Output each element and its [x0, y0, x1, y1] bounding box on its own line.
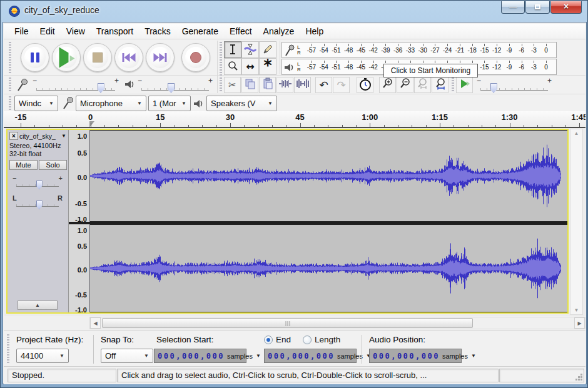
- track-collapse-button[interactable]: ▲: [18, 301, 58, 310]
- menu-analyze[interactable]: Analyze: [258, 24, 300, 39]
- chevron-down-icon[interactable]: ▼: [469, 353, 478, 359]
- selection-start-field[interactable]: 000,000,000 samples ▼: [154, 349, 246, 363]
- zoom-tool-button[interactable]: [224, 58, 241, 75]
- project-rate-select[interactable]: 44100 ▼: [16, 349, 69, 363]
- monitoring-tooltip[interactable]: Click to Start Monitoring: [383, 64, 478, 77]
- stop-button[interactable]: [83, 43, 112, 72]
- device-toolbar-grip[interactable]: [9, 96, 11, 111]
- paste-button[interactable]: [259, 77, 276, 93]
- slider-thumb[interactable]: [168, 83, 175, 93]
- slider-thumb[interactable]: [36, 181, 43, 189]
- envelope-tool-button[interactable]: [241, 41, 259, 58]
- slider-plus-label: +: [114, 76, 119, 85]
- timeline-ruler[interactable]: -1501530451:001:151:301:45: [4, 111, 585, 128]
- menu-effect[interactable]: Effect: [224, 24, 258, 39]
- zoom-in-button[interactable]: [379, 77, 396, 93]
- snap-to-select[interactable]: Off ▼: [101, 349, 153, 363]
- meter-scale-value: -15: [479, 60, 491, 74]
- horizontal-scrollbar[interactable]: ◀ ▶: [89, 317, 585, 329]
- ibeam-icon: [226, 43, 239, 56]
- mute-button[interactable]: Mute: [9, 160, 38, 170]
- multi-tool-button[interactable]: *: [259, 58, 276, 75]
- track-gain-slider[interactable]: − +: [13, 175, 63, 190]
- recording-volume-slider[interactable]: − +: [33, 77, 119, 94]
- redo-button[interactable]: ↷: [333, 77, 350, 93]
- menu-help[interactable]: Help: [300, 24, 329, 39]
- waveform-canvas[interactable]: [90, 225, 567, 312]
- vertical-ruler[interactable]: 1.00.50.0-0.5-1.0: [69, 130, 89, 222]
- maximize-button[interactable]: [525, 1, 550, 14]
- selection-start-label: Selection Start:: [156, 335, 214, 344]
- draw-tool-button[interactable]: [259, 41, 276, 58]
- menu-tracks[interactable]: Tracks: [139, 24, 176, 39]
- selection-toolbar: Project Rate (Hz): 44100 ▼ Snap To: Off …: [4, 331, 585, 366]
- edit-toolbar-grip[interactable]: [220, 77, 222, 92]
- undo-button[interactable]: ↶: [315, 77, 332, 93]
- minimize-button[interactable]: —: [501, 1, 525, 14]
- recording-meter[interactable]: LR -57-54-51-48-45-42-39-36-33-30-27-24-…: [281, 42, 557, 58]
- scroll-up-icon[interactable]: ▲: [570, 131, 582, 136]
- timeline-tick: [300, 123, 301, 127]
- waveform-canvas[interactable]: [90, 131, 567, 221]
- length-radio[interactable]: Length: [303, 335, 340, 344]
- play-at-speed-button[interactable]: [456, 77, 473, 93]
- menu-view[interactable]: View: [61, 24, 91, 39]
- skip-to-end-button[interactable]: [146, 43, 175, 72]
- playback-speed-slider[interactable]: − +: [477, 77, 552, 94]
- transport-toolbar-grip[interactable]: [9, 42, 11, 73]
- scroll-left-button[interactable]: ◀: [90, 317, 101, 329]
- fit-project-button[interactable]: [432, 77, 449, 93]
- playback-device-select[interactable]: Speakers (V ▼: [206, 96, 277, 111]
- slider-thumb[interactable]: [490, 83, 497, 93]
- scroll-right-button[interactable]: ▶: [574, 317, 585, 329]
- sync-lock-button[interactable]: [357, 77, 373, 93]
- menu-generate[interactable]: Generate: [176, 24, 224, 39]
- meter-scale-value: -51: [330, 60, 343, 74]
- track-pan-slider[interactable]: L R: [13, 195, 63, 210]
- skip-to-start-button[interactable]: [114, 43, 143, 72]
- playback-volume-slider[interactable]: − +: [138, 77, 213, 94]
- close-button[interactable]: ×: [550, 1, 582, 14]
- title-bar[interactable]: city_of_sky_reduce — ×: [1, 1, 587, 22]
- scrollbar-thumb[interactable]: [102, 318, 473, 328]
- timeline-tick: [468, 125, 469, 127]
- record-button[interactable]: [181, 43, 210, 72]
- audio-host-select[interactable]: Windc ▼: [14, 96, 58, 111]
- waveform-left[interactable]: [90, 130, 567, 222]
- play-button[interactable]: [52, 43, 81, 72]
- menu-file[interactable]: File: [9, 24, 34, 39]
- trim-audio-button[interactable]: [276, 77, 293, 93]
- solo-button[interactable]: Solo: [39, 160, 67, 170]
- cut-button[interactable]: ✂: [224, 77, 241, 93]
- recording-channels-select[interactable]: 1 (Mor ▼: [148, 96, 191, 111]
- transcription-toolbar-grip[interactable]: [452, 77, 454, 92]
- vertical-scrollbar[interactable]: ▲ ▼: [570, 129, 583, 315]
- fit-selection-button[interactable]: [414, 77, 431, 93]
- slider-thumb[interactable]: [36, 201, 43, 209]
- recording-device-select[interactable]: Microphone ▼: [76, 96, 146, 111]
- waveform-right[interactable]: [90, 224, 567, 312]
- pause-button[interactable]: [21, 43, 49, 72]
- timeshift-tool-button[interactable]: ↔: [241, 58, 259, 75]
- tools-toolbar-grip[interactable]: [220, 42, 222, 76]
- menu-edit[interactable]: Edit: [34, 24, 61, 39]
- audio-position-field[interactable]: 000,000,000 samples ▼: [369, 349, 462, 363]
- vertical-ruler[interactable]: 1.00.50.0-0.5-1.0: [69, 224, 89, 312]
- chevron-down-icon[interactable]: ▼: [254, 353, 263, 359]
- silence-audio-button[interactable]: [294, 77, 311, 93]
- end-radio[interactable]: End: [264, 335, 291, 344]
- zoom-out-button[interactable]: [397, 77, 413, 93]
- menu-transport[interactable]: Transport: [91, 24, 139, 39]
- selection-end-field[interactable]: 000,000,000 samples ▼: [264, 349, 357, 363]
- copy-button[interactable]: [241, 77, 258, 93]
- track-close-button[interactable]: ×: [9, 132, 18, 140]
- redo-icon: ↷: [337, 79, 345, 91]
- track-menu-button[interactable]: city_of_sky_ ▼: [19, 132, 66, 140]
- mixer-toolbar-grip[interactable]: [9, 77, 11, 92]
- meter-scale-value: 0: [540, 43, 552, 57]
- selection-tool-button[interactable]: [224, 41, 241, 58]
- scroll-down-icon[interactable]: ▼: [570, 307, 582, 313]
- resize-grip-icon[interactable]: [580, 379, 582, 381]
- slider-thumb[interactable]: [98, 83, 104, 93]
- selection-toolbar-grip[interactable]: [7, 334, 9, 363]
